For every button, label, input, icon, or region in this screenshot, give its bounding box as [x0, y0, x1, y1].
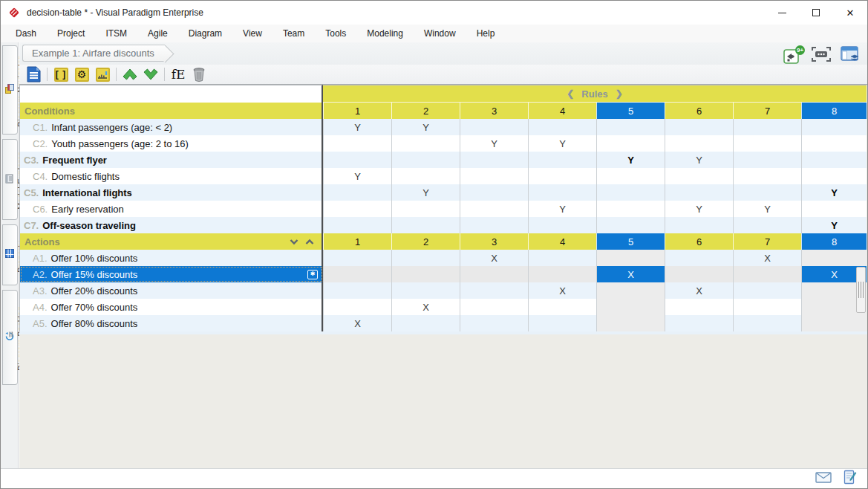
minimize-button[interactable] — [765, 1, 799, 25]
vertical-scrollbar[interactable] — [856, 267, 866, 313]
cell-A3-rule5[interactable] — [596, 282, 665, 299]
menu-agile[interactable]: Agile — [138, 25, 177, 42]
cell-A5-rule1[interactable]: X — [323, 315, 391, 331]
cell-A3-rule6[interactable]: X — [665, 282, 733, 299]
menu-itsm[interactable]: ITSM — [96, 25, 137, 42]
menu-modeling[interactable]: Modeling — [357, 25, 413, 42]
cell-C7-rule6[interactable] — [665, 217, 733, 233]
panel-layout-icon[interactable] — [841, 45, 860, 66]
cell-A4-rule6[interactable] — [665, 299, 733, 315]
cell-C1-rule2[interactable]: Y — [391, 119, 460, 135]
rules-prev-icon[interactable]: ❮ — [567, 88, 574, 99]
menu-project[interactable]: Project — [48, 25, 94, 42]
action-label-A1[interactable]: A1.Offer 10% discounts — [20, 250, 323, 266]
cell-C6-rule4[interactable]: Y — [528, 201, 596, 217]
gear-settings-icon[interactable]: ⚙ — [73, 66, 91, 82]
condition-label-C6[interactable]: C6.Early reservation — [20, 201, 323, 217]
cell-C6-rule6[interactable]: Y — [665, 201, 733, 217]
cell-A4-rule5[interactable] — [596, 299, 665, 315]
cell-C7-rule1[interactable] — [323, 217, 391, 233]
menu-window[interactable]: Window — [414, 25, 466, 42]
rule-1-header-actions[interactable]: 1 — [323, 233, 391, 250]
chevron-up-icon[interactable] — [305, 236, 314, 247]
cell-A2-rule6[interactable] — [665, 266, 733, 282]
cell-C4-rule7[interactable] — [733, 168, 801, 184]
cell-C6-rule2[interactable] — [391, 201, 460, 217]
rule-7-header-conditions[interactable]: 7 — [733, 103, 801, 119]
condition-label-C4[interactable]: C4.Domestic flights — [20, 168, 323, 184]
cell-A2-rule2[interactable] — [391, 266, 460, 282]
rule-3-header-conditions[interactable]: 3 — [460, 103, 528, 119]
cell-C1-rule1[interactable]: Y — [323, 119, 391, 135]
cell-C7-rule7[interactable] — [733, 217, 801, 233]
cell-A3-rule2[interactable] — [391, 282, 460, 299]
cell-C4-rule6[interactable] — [665, 168, 733, 184]
cell-C1-rule4[interactable] — [528, 119, 596, 135]
cell-C7-rule2[interactable] — [391, 217, 460, 233]
sidebar-tab-diagram-backlog[interactable]: Diagram Backlog — [2, 290, 18, 385]
cell-A4-rule2[interactable]: X — [391, 299, 460, 315]
cell-C2-rule5[interactable] — [596, 135, 665, 152]
cell-C6-rule7[interactable]: Y — [733, 201, 801, 217]
rule-8-header-conditions[interactable]: 8 — [801, 103, 867, 119]
diagram-canvas[interactable]: ❮Rules❯Conditions12345678C1.Infant passe… — [19, 85, 867, 468]
maximize-button[interactable] — [799, 1, 833, 25]
new-document-icon[interactable] — [25, 66, 42, 82]
cell-A3-rule7[interactable] — [733, 282, 801, 299]
condition-label-C5[interactable]: C5.International flights — [20, 184, 323, 201]
cell-C3-rule4[interactable] — [528, 152, 596, 168]
edit-document-icon[interactable] — [843, 470, 857, 488]
condition-label-C1[interactable]: C1.Infant passengers (age: < 2) — [20, 119, 323, 135]
cell-C3-rule3[interactable] — [460, 152, 528, 168]
move-up-icon[interactable] — [121, 66, 139, 82]
cell-C2-rule6[interactable] — [665, 135, 733, 152]
cell-C2-rule2[interactable] — [391, 135, 460, 152]
cell-A1-rule4[interactable] — [528, 250, 596, 266]
cell-C1-rule6[interactable] — [665, 119, 733, 135]
cell-C4-rule2[interactable] — [391, 168, 460, 184]
cell-C2-rule7[interactable] — [733, 135, 801, 152]
cell-A2-rule3[interactable] — [460, 266, 528, 282]
rules-next-icon[interactable]: ❯ — [616, 88, 623, 99]
cell-C3-rule1[interactable] — [323, 152, 391, 168]
sidebar-tab-diagram-navigator[interactable]: Diagram Navigator — [2, 45, 18, 135]
rule-4-header-conditions[interactable]: 4 — [528, 103, 596, 119]
cell-C2-rule3[interactable]: Y — [460, 135, 528, 152]
cell-C3-rule6[interactable]: Y — [665, 152, 733, 168]
presentation-frame-icon[interactable] — [811, 46, 832, 65]
cell-A4-rule3[interactable] — [460, 299, 528, 315]
cell-A1-rule6[interactable] — [665, 250, 733, 266]
cell-A5-rule5[interactable] — [596, 315, 665, 331]
cell-C5-rule8[interactable]: Y — [801, 184, 867, 201]
cell-A5-rule3[interactable] — [460, 315, 528, 331]
chevron-down-icon[interactable] — [290, 236, 298, 247]
cell-C6-rule1[interactable] — [323, 201, 391, 217]
cell-C5-rule2[interactable]: Y — [391, 184, 460, 201]
cell-A5-rule7[interactable] — [733, 315, 801, 331]
cell-A1-rule3[interactable]: X — [460, 250, 528, 266]
delete-icon[interactable] — [190, 66, 208, 82]
action-label-A2[interactable]: A2.Offer 15% discounts✱ — [20, 266, 323, 282]
menu-help[interactable]: Help — [467, 25, 505, 42]
cell-C5-rule3[interactable] — [460, 184, 528, 201]
cell-C6-rule5[interactable] — [596, 201, 665, 217]
bracket-cell-icon[interactable]: [ ] — [52, 66, 70, 82]
cell-A3-rule3[interactable] — [460, 282, 528, 299]
cell-C3-rule7[interactable] — [733, 152, 801, 168]
cell-C3-rule5[interactable]: Y — [596, 152, 665, 168]
cell-C3-rule8[interactable] — [801, 152, 867, 168]
font-edit-icon[interactable]: fE — [169, 66, 187, 82]
condition-label-C3[interactable]: C3.Frequent flyer — [20, 152, 323, 168]
cell-A1-rule5[interactable] — [596, 250, 665, 266]
cell-C5-rule6[interactable] — [665, 184, 733, 201]
close-button[interactable]: ✕ — [833, 1, 867, 25]
cell-A4-rule4[interactable] — [528, 299, 596, 315]
cell-C4-rule1[interactable]: Y — [323, 168, 391, 184]
sidebar-tab-model-explorer[interactable]: Model Explorer — [2, 139, 18, 220]
rule-2-header-actions[interactable]: 2 — [391, 233, 460, 250]
cell-C5-rule7[interactable] — [733, 184, 801, 201]
cell-C1-rule3[interactable] — [460, 119, 528, 135]
cell-A5-rule4[interactable] — [528, 315, 596, 331]
cell-A5-rule6[interactable] — [665, 315, 733, 331]
cell-A2-rule7[interactable] — [733, 266, 801, 282]
